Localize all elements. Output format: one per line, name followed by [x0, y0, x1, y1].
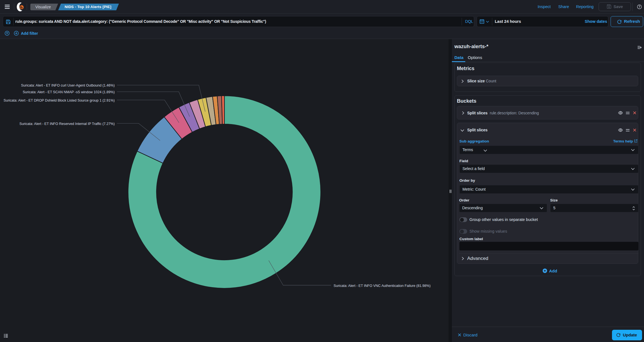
svg-text:Suricata: Alert - ET INFO curl: Suricata: Alert - ET INFO curl User-Agen… [21, 83, 115, 87]
svg-text:Suricata: Alert - ET INFO Rese: Suricata: Alert - ET INFO Reserved Inter… [19, 122, 115, 126]
svg-text:Suricata: Alert - ET DROP Dshi: Suricata: Alert - ET DROP Dshield Block … [4, 99, 115, 102]
svg-text:Suricata: Alert - ET SCAN NMAP: Suricata: Alert - ET SCAN NMAP -sS windo… [23, 90, 115, 94]
svg-text:Suricata: Alert - ET INFO VNC: Suricata: Alert - ET INFO VNC Authentica… [334, 284, 430, 288]
